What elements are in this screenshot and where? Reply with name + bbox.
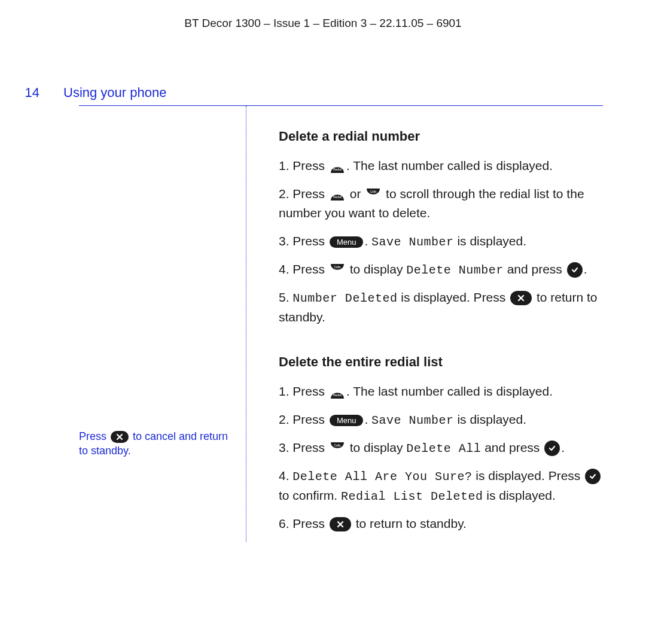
svg-marker-5 (371, 196, 376, 199)
sec2-step3: 3. Press Calls to display Delete All and… (279, 438, 603, 458)
sec2-step1: 1. Press Redial. The last number called … (279, 382, 603, 402)
svg-text:Calls: Calls (334, 265, 341, 269)
sec1-step5: 5. Number Deleted is displayed. Press to… (279, 288, 603, 327)
svg-text:Redial: Redial (333, 168, 342, 171)
svg-text:Redial: Redial (333, 195, 342, 199)
sec1-step4: 4. Press Calls to display Delete Number … (279, 260, 603, 280)
svg-marker-11 (335, 449, 340, 453)
svg-marker-7 (335, 271, 340, 275)
sec2-step6: 6. Press to return to standby. (279, 514, 603, 534)
redial-icon: Redial (330, 160, 345, 174)
sec1-step3: 3. Press Menu. Save Number is displayed. (279, 232, 603, 251)
lcd-text: Save Number (371, 235, 454, 249)
section-title: Using your phone (63, 85, 166, 101)
sec2-step4: 4. Delete All Are You Sure? is displayed… (279, 466, 603, 506)
ok-icon (567, 262, 583, 278)
redial-icon: Redial (330, 385, 345, 400)
ok-icon (585, 469, 601, 484)
page-header: BT Decor 1300 – Issue 1 – Edition 3 – 22… (43, 17, 603, 30)
sec1-step1: 1. Press Redial. The last number called … (279, 156, 603, 176)
sec2-step2: 2. Press Menu. Save Number is displayed. (279, 410, 603, 430)
cancel-icon (330, 517, 351, 531)
page-number: 14 (22, 85, 39, 101)
sec1-step2: 2. Press Redial or Calls to scroll throu… (279, 184, 603, 223)
redial-icon: Redial (330, 187, 345, 202)
cancel-icon (111, 431, 129, 443)
svg-marker-2 (335, 190, 340, 193)
section-head: 14 Using your phone (22, 85, 603, 101)
sidebar-prefix: Press (79, 430, 109, 442)
svg-text:Redial: Redial (333, 393, 342, 397)
lcd-text: Delete All (406, 442, 481, 455)
calls-icon: Calls (330, 441, 345, 455)
cancel-icon (510, 291, 532, 305)
svg-marker-8 (335, 388, 340, 391)
lcd-text: Save Number (371, 414, 454, 427)
svg-text:Calls: Calls (370, 190, 377, 193)
menu-icon: Menu (330, 236, 364, 248)
lcd-text: Delete Number (406, 263, 504, 277)
sidebar-note: Press to cancel and return to standby. (79, 106, 246, 542)
heading-delete-redial-number: Delete a redial number (279, 126, 603, 147)
main-content: Delete a redial number 1. Press Redial. … (246, 106, 603, 542)
menu-icon: Menu (330, 415, 364, 426)
lcd-text: Delete All Are You Sure? (292, 470, 472, 484)
heading-delete-entire-list: Delete the entire redial list (279, 352, 603, 372)
lcd-text: Redial List Deleted (341, 490, 483, 503)
lcd-text: Number Deleted (292, 291, 397, 305)
calls-icon: Calls (330, 263, 345, 277)
svg-marker-0 (335, 162, 340, 166)
ok-icon (544, 441, 560, 456)
calls-icon: Calls (365, 187, 381, 202)
svg-text:Calls: Calls (334, 443, 341, 447)
